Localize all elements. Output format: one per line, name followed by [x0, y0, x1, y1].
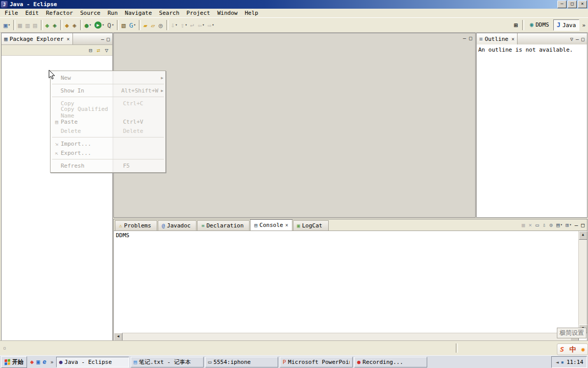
menu-search[interactable]: Search	[156, 9, 183, 17]
volume-icon[interactable]: ◄	[556, 359, 559, 365]
task-recording[interactable]: ● Recording...	[354, 357, 427, 367]
dropdown-arrow-icon: ▾	[570, 223, 572, 227]
quick-launch-overflow[interactable]: »	[50, 359, 55, 365]
collapse-all-icon[interactable]: ⊟	[89, 47, 92, 54]
minimize-view-button[interactable]: –	[101, 36, 104, 42]
context-menu-import[interactable]: ⇲ Import...	[51, 139, 165, 148]
open-folder-button[interactable]: ▰	[142, 19, 150, 31]
open-file-button[interactable]: ▱	[150, 19, 157, 31]
jar-search-button[interactable]: ◈	[71, 19, 79, 31]
context-menu-new[interactable]: New ▶	[51, 73, 165, 82]
outline-tab[interactable]: ≡ Outline ×	[477, 33, 518, 44]
tab-console[interactable]: ▤ Console ×	[250, 219, 292, 231]
sogou-ime-bar[interactable]: S 中 ◉	[557, 343, 588, 355]
close-tab-icon[interactable]: ×	[285, 222, 288, 228]
scroll-up-button[interactable]: ▲	[579, 231, 587, 240]
menu-refactor[interactable]: Refactor	[42, 9, 77, 17]
save-button[interactable]: ▦	[16, 19, 24, 31]
maximize-view-button[interactable]: □	[107, 36, 110, 42]
last-edit-location-button[interactable]: ↩	[189, 19, 197, 31]
quick-launch: ◆ ▣ e	[29, 358, 48, 365]
context-menu-export[interactable]: ⇱ Export...	[51, 148, 165, 157]
remove-launch-icon[interactable]: ×	[529, 222, 533, 228]
horizontal-scrollbar[interactable]: ◀ ▶	[114, 333, 579, 341]
window-minimize-button[interactable]: –	[557, 1, 567, 8]
maximize-view-button[interactable]: □	[581, 36, 584, 42]
menu-file[interactable]: File	[1, 9, 22, 17]
new-wizard-button[interactable]: ▣ ▾	[2, 19, 12, 31]
clock[interactable]: 11:14	[567, 359, 583, 365]
run-button[interactable]: ▶ ▾	[93, 19, 106, 31]
minimize-view-button[interactable]: –	[575, 222, 578, 228]
close-view-icon[interactable]: ×	[67, 36, 70, 42]
clear-console-icon[interactable]: ▭	[535, 222, 540, 228]
view-menu-icon[interactable]: ▽	[570, 36, 573, 42]
perspective-ddms-button[interactable]: ◉ DDMS	[527, 19, 552, 30]
start-button[interactable]: 开始	[1, 356, 27, 368]
close-view-icon[interactable]: ×	[511, 36, 514, 42]
external-tools-button[interactable]: Q ▾	[106, 19, 115, 31]
window-close-button[interactable]: ×	[578, 1, 587, 8]
quick-launch-ie-icon[interactable]: e	[42, 358, 46, 365]
task-powerpoint[interactable]: P Microsoft PowerPoin...	[280, 357, 353, 367]
trim-icon[interactable]: ▫	[3, 345, 6, 351]
print-button[interactable]: ▤	[32, 19, 39, 31]
task-emulator[interactable]: ▭ 5554:iphone	[205, 357, 278, 367]
console-output[interactable]: DDMS ▲ ▼ ◀ ▶	[114, 231, 587, 341]
previous-annotation-button[interactable]: ⇧ ▾	[179, 19, 189, 31]
task-eclipse[interactable]: ● Java - Eclipse	[56, 357, 129, 367]
link-with-editor-icon[interactable]: ⇄	[97, 47, 101, 54]
forward-button[interactable]: ⇨ ▾	[206, 19, 215, 31]
next-annotation-button[interactable]: ⇩ ▾	[169, 19, 179, 31]
quick-launch-icon-1[interactable]: ◆	[30, 358, 34, 365]
debug-button[interactable]: ● ▾	[83, 19, 93, 31]
terminate-icon[interactable]: ■	[522, 222, 526, 228]
menu-project[interactable]: Project	[183, 9, 213, 17]
new-java-project-button[interactable]: ▧	[120, 19, 128, 31]
web-browser-button[interactable]: G ▾	[128, 19, 137, 31]
tab-javadoc[interactable]: @ Javadoc	[158, 220, 197, 231]
maximize-view-button[interactable]: □	[581, 222, 584, 228]
open-jar-button[interactable]: ◆	[63, 19, 71, 31]
perspective-overflow-chevron[interactable]: »	[582, 22, 585, 29]
menu-help[interactable]: Help	[241, 9, 262, 17]
vertical-scrollbar[interactable]: ▲ ▼	[578, 231, 587, 333]
android-sdk-manager-button[interactable]: ◈	[51, 19, 59, 31]
quick-launch-icon-2[interactable]: ▣	[36, 358, 40, 365]
window-maximize-button[interactable]: □	[568, 1, 577, 8]
pin-console-icon[interactable]: ⊙	[549, 222, 553, 228]
tab-declaration[interactable]: ≡ Declaration	[197, 220, 250, 231]
menu-run[interactable]: Run	[104, 9, 121, 17]
tab-logcat[interactable]: ▣ LogCat	[293, 220, 329, 231]
search-button[interactable]: ◎	[157, 19, 165, 31]
task-notepad[interactable]: ▤ 笔记.txt - 记事本	[131, 357, 204, 367]
open-console-icon[interactable]: ⊞ ▾	[566, 222, 572, 228]
save-all-button[interactable]: ▥	[24, 19, 32, 31]
context-menu-paste[interactable]: ▤ Paste Ctrl+V	[51, 117, 165, 126]
window-titlebar[interactable]: J Java - Eclipse – □ ×	[0, 0, 588, 9]
view-menu-icon[interactable]: ▽	[105, 47, 108, 54]
sogou-logo-icon[interactable]: S	[560, 346, 564, 353]
back-button[interactable]: ⇦ ▾	[196, 19, 206, 31]
minimize-editor-button[interactable]: –	[463, 35, 466, 41]
open-perspective-button[interactable]: ⊞	[512, 19, 520, 31]
minimize-view-button[interactable]: –	[576, 36, 579, 42]
network-icon[interactable]: ▪	[561, 359, 564, 365]
context-menu-copy-qualified-name[interactable]: Copy Qualified Name	[51, 108, 165, 117]
package-explorer-tab[interactable]: ▦ Package Explorer ×	[2, 33, 73, 44]
display-console-icon[interactable]: ▤ ▾	[556, 222, 562, 228]
tab-problems[interactable]: ⚠ Problems	[115, 220, 157, 231]
new-android-project-button[interactable]: ◆	[44, 19, 52, 31]
maximize-editor-button[interactable]: □	[469, 35, 472, 41]
perspective-java-button[interactable]: J Java	[553, 19, 580, 31]
context-menu-delete[interactable]: Delete Delete	[51, 126, 165, 135]
scroll-lock-icon[interactable]: ⇩	[543, 222, 547, 228]
menu-window[interactable]: Window	[214, 9, 241, 17]
ime-mode-indicator[interactable]: 中	[570, 345, 576, 354]
context-menu-show-in[interactable]: Show In Alt+Shift+W ▶	[51, 86, 165, 95]
ime-extra-icon[interactable]: ◉	[581, 346, 585, 353]
menu-source[interactable]: Source	[77, 9, 104, 17]
context-menu-refresh[interactable]: Refresh F5	[51, 161, 165, 170]
menu-navigate[interactable]: Navigate	[121, 9, 156, 17]
menu-edit[interactable]: Edit	[22, 9, 43, 17]
